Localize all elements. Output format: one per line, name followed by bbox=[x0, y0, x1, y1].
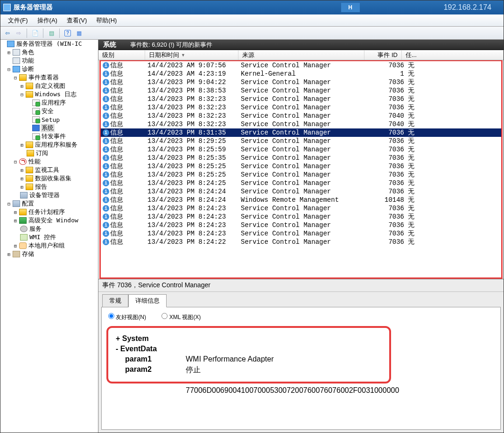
navigation-tree[interactable]: 服务器管理器 (WIN-IC ⊞角色 功能 ⊟诊断 ⊟事件查看器 ⊞自定义视图 … bbox=[0, 40, 98, 433]
tree-security[interactable]: 安全 bbox=[41, 107, 55, 115]
info-icon: i bbox=[103, 113, 109, 119]
row-event-id: 7040 bbox=[367, 121, 404, 128]
tree-subscriptions[interactable]: 订阅 bbox=[35, 149, 49, 157]
row-task: 无 bbox=[404, 61, 414, 70]
menu-help[interactable]: 帮助(H) bbox=[91, 15, 121, 26]
event-row[interactable]: i信息13/4/2023 PM 8:32:23Service Control M… bbox=[101, 95, 501, 103]
tree-task-scheduler[interactable]: 任务计划程序 bbox=[28, 208, 66, 216]
tree-forwarded[interactable]: 转发事件 bbox=[41, 132, 67, 141]
events-list[interactable]: i信息14/4/2023 AM 9:07:56Service Control M… bbox=[99, 60, 503, 279]
tree-local-users[interactable]: 本地用户和组 bbox=[28, 241, 66, 250]
event-row[interactable]: i信息13/4/2023 PM 8:25:25Service Control M… bbox=[101, 162, 501, 170]
col-event-id[interactable]: 事件 ID bbox=[364, 50, 402, 60]
row-datetime: 13/4/2023 PM 8:25:59 bbox=[147, 146, 241, 153]
event-row[interactable]: i信息14/4/2023 AM 4:23:19Kernel-General1无 bbox=[101, 70, 501, 78]
row-level: 信息 bbox=[110, 204, 123, 213]
tree-application[interactable]: 应用程序 bbox=[41, 99, 67, 107]
nav-back-button[interactable]: ⇦ bbox=[2, 28, 13, 38]
tree-event-viewer[interactable]: 事件查看器 bbox=[28, 73, 60, 82]
tree-monitoring-tools[interactable]: 监视工具 bbox=[34, 166, 60, 174]
tree-storage[interactable]: 存储 bbox=[21, 250, 35, 258]
event-row[interactable]: i信息13/4/2023 PM 8:32:23Service Control M… bbox=[101, 120, 501, 128]
row-task: 无 bbox=[404, 221, 414, 229]
events-count: 事件数: 6,920 (!) 可用的新事件 bbox=[130, 41, 212, 49]
event-row[interactable]: i信息13/4/2023 PM 8:24:25Service Control M… bbox=[101, 179, 501, 187]
eventdata-node[interactable]: - EventData bbox=[116, 345, 382, 353]
row-event-id: 7036 bbox=[367, 95, 404, 103]
event-row[interactable]: i信息13/4/2023 PM 8:25:25Service Control M… bbox=[101, 170, 501, 179]
row-level: 信息 bbox=[110, 221, 123, 229]
row-source: Service Control Manager bbox=[241, 62, 367, 69]
event-row[interactable]: i信息13/4/2023 PM 8:24:23Service Control M… bbox=[101, 221, 501, 229]
tab-general[interactable]: 常规 bbox=[102, 294, 128, 307]
tree-apps-services[interactable]: 应用程序和服务 bbox=[34, 141, 78, 149]
log-icon bbox=[32, 99, 40, 106]
col-datetime[interactable]: 日期和时间▼ bbox=[145, 50, 238, 60]
properties-button[interactable]: ▤ bbox=[46, 28, 56, 38]
col-source[interactable]: 来源 bbox=[238, 50, 364, 60]
event-row[interactable]: i信息13/4/2023 PM 8:38:53Service Control M… bbox=[101, 86, 501, 95]
event-row[interactable]: i信息13/4/2023 PM 8:24:23Service Control M… bbox=[101, 229, 501, 238]
event-row[interactable]: i信息13/4/2023 PM 8:24:23Service Control M… bbox=[101, 213, 501, 221]
arrow-left-icon: ⇦ bbox=[5, 30, 10, 36]
help-button[interactable]: ? bbox=[63, 28, 73, 38]
row-task: 无 bbox=[404, 112, 414, 120]
tree-diagnostics[interactable]: 诊断 bbox=[21, 65, 35, 73]
tree-system[interactable]: 系统 bbox=[41, 124, 55, 132]
row-task: 无 bbox=[404, 229, 414, 238]
event-row[interactable]: i信息13/4/2023 PM 8:24:24Windows Remote Ma… bbox=[101, 196, 501, 204]
refresh-button[interactable]: ▦ bbox=[74, 28, 84, 38]
menu-file[interactable]: 文件(F) bbox=[3, 15, 33, 26]
radio-friendly-view[interactable]: 友好视图(N) bbox=[108, 314, 146, 320]
event-viewer-icon bbox=[19, 74, 27, 81]
nav-forward-button[interactable]: ⇨ bbox=[14, 28, 24, 38]
event-row[interactable]: i信息13/4/2023 PM 8:24:23Service Control M… bbox=[101, 204, 501, 213]
tree-wmi[interactable]: WMI 控件 bbox=[28, 233, 57, 241]
tab-details[interactable]: 详细信息 bbox=[128, 294, 167, 307]
tree-windows-logs[interactable]: Windows 日志 bbox=[34, 90, 77, 99]
tree-services[interactable]: 服务 bbox=[28, 225, 42, 233]
info-icon: i bbox=[103, 138, 109, 144]
folder-icon bbox=[26, 167, 33, 173]
arrow-right-icon: ⇨ bbox=[16, 30, 21, 36]
show-hide-tree-button[interactable]: 📄 bbox=[30, 28, 40, 38]
menu-action[interactable]: 操作(A) bbox=[33, 15, 62, 26]
col-task[interactable]: 任... bbox=[402, 50, 504, 60]
tree-device-manager[interactable]: 设备管理器 bbox=[28, 191, 61, 199]
row-level: 信息 bbox=[110, 78, 123, 86]
firewall-icon bbox=[19, 217, 27, 224]
tree-dcs[interactable]: 数据收集器集 bbox=[34, 174, 72, 183]
info-icon: i bbox=[103, 188, 109, 195]
tree-custom-views[interactable]: 自定义视图 bbox=[34, 82, 66, 90]
tree-features[interactable]: 功能 bbox=[21, 57, 35, 65]
row-level: 信息 bbox=[110, 61, 123, 70]
col-level[interactable]: 级别 bbox=[98, 50, 145, 60]
row-event-id: 7036 bbox=[367, 205, 404, 212]
event-row[interactable]: i信息13/4/2023 PM 8:29:25Service Control M… bbox=[101, 137, 501, 145]
tree-performance[interactable]: 性能 bbox=[28, 157, 42, 166]
properties-icon: ▤ bbox=[49, 30, 54, 36]
system-node[interactable]: + System bbox=[116, 334, 382, 343]
tree-advanced-firewall[interactable]: 高级安全 Window bbox=[28, 216, 79, 225]
event-row[interactable]: i信息13/4/2023 PM 8:31:35Service Control M… bbox=[101, 128, 501, 137]
tree-setup[interactable]: Setup bbox=[41, 116, 61, 123]
users-icon bbox=[19, 242, 27, 249]
event-row[interactable]: i信息13/4/2023 PM 9:04:22Service Control M… bbox=[101, 78, 501, 86]
event-row[interactable]: i信息13/4/2023 PM 8:24:24Service Control M… bbox=[101, 187, 501, 196]
events-columns-header[interactable]: 级别 日期和时间▼ 来源 事件 ID 任... bbox=[98, 50, 504, 60]
row-task: 无 bbox=[404, 145, 414, 154]
tree-root[interactable]: 服务器管理器 (WIN-IC bbox=[15, 40, 83, 48]
tree-reports[interactable]: 报告 bbox=[34, 183, 48, 191]
menu-view[interactable]: 查看(V) bbox=[62, 15, 91, 26]
row-level: 信息 bbox=[110, 70, 123, 78]
event-row[interactable]: i信息14/4/2023 AM 9:07:56Service Control M… bbox=[101, 61, 501, 70]
event-row[interactable]: i信息13/4/2023 PM 8:25:35Service Control M… bbox=[101, 154, 501, 162]
radio-xml-view[interactable]: XML 视图(X) bbox=[161, 314, 201, 320]
event-row[interactable]: i信息13/4/2023 PM 8:24:22Service Control M… bbox=[101, 238, 501, 246]
tree-roles[interactable]: 角色 bbox=[21, 48, 35, 57]
tree-configuration[interactable]: 配置 bbox=[21, 199, 35, 208]
row-level: 信息 bbox=[110, 120, 123, 128]
event-row[interactable]: i信息13/4/2023 PM 8:32:23Service Control M… bbox=[101, 103, 501, 112]
event-row[interactable]: i信息13/4/2023 PM 8:32:23Service Control M… bbox=[101, 112, 501, 120]
event-row[interactable]: i信息13/4/2023 PM 8:25:59Service Control M… bbox=[101, 145, 501, 154]
